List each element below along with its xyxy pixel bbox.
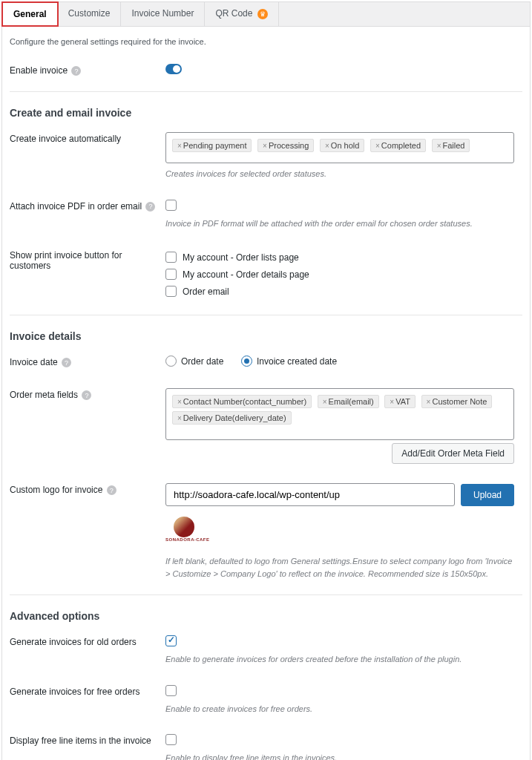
add-edit-meta-button[interactable]: Add/Edit Order Meta Field bbox=[392, 443, 514, 464]
upload-button[interactable]: Upload bbox=[461, 484, 514, 506]
free-line-checkbox[interactable] bbox=[165, 734, 177, 745]
row-attach: Attach invoice PDF in order email ? Invo… bbox=[10, 195, 522, 235]
old-label: Generate invoices for old orders bbox=[10, 635, 165, 647]
help-icon[interactable]: ? bbox=[107, 485, 116, 495]
logo-desc: If left blank, defaulted to logo from Ge… bbox=[165, 555, 514, 580]
divider bbox=[10, 594, 522, 595]
divider bbox=[10, 315, 522, 315]
date-label: Invoice date bbox=[10, 357, 58, 367]
row-free: Generate invoices for free orders Enable… bbox=[10, 681, 522, 720]
row-free-line: Display free line items in the invoice E… bbox=[10, 730, 522, 760]
help-icon[interactable]: ? bbox=[145, 202, 155, 212]
date-opt-1: Order date bbox=[181, 356, 223, 367]
tab-customize[interactable]: Customize bbox=[58, 2, 122, 26]
section-advanced-title: Advanced options bbox=[10, 606, 522, 631]
crown-icon: ♛ bbox=[257, 9, 268, 19]
help-icon[interactable]: ? bbox=[62, 358, 71, 367]
print-opt-2: My account - Order details page bbox=[183, 269, 309, 280]
tab-qr-code[interactable]: QR Code ♛ bbox=[205, 2, 278, 26]
section-details-title: Invoice details bbox=[10, 326, 522, 351]
intro-text: Configure the general settings required … bbox=[10, 27, 522, 59]
date-opt-2: Invoice created date bbox=[257, 356, 337, 367]
help-icon[interactable]: ? bbox=[71, 66, 81, 76]
auto-tagbox[interactable]: Pending payment Processing On hold Compl… bbox=[165, 132, 514, 163]
free-checkbox[interactable] bbox=[165, 685, 177, 696]
tag-item[interactable]: VAT bbox=[384, 395, 416, 408]
tag-item[interactable]: Pending payment bbox=[172, 139, 252, 152]
tag-item[interactable]: Delivery Date(delivery_date) bbox=[172, 411, 292, 425]
print-opt-3: Order email bbox=[183, 286, 229, 297]
tag-item[interactable]: Failed bbox=[432, 139, 470, 152]
row-old: Generate invoices for old orders Enable … bbox=[10, 631, 522, 670]
meta-label: Order meta fields bbox=[10, 390, 78, 400]
attach-label: Attach invoice PDF in order email bbox=[10, 201, 142, 212]
free-label: Generate invoices for free orders bbox=[10, 685, 165, 697]
divider bbox=[10, 91, 522, 92]
print-opt-1: My account - Order lists page bbox=[183, 252, 299, 263]
row-logo: Custom logo for invoice ? Upload SONADOR… bbox=[10, 479, 522, 584]
tabs: General Customize Invoice Number QR Code… bbox=[2, 2, 530, 27]
tab-invoice-number[interactable]: Invoice Number bbox=[121, 2, 205, 26]
meta-tagbox[interactable]: Contact Number(contact_number) Email(ema… bbox=[165, 388, 514, 440]
free-desc: Enable to create invoices for free order… bbox=[165, 703, 514, 715]
tag-item[interactable]: Processing bbox=[257, 139, 314, 152]
enable-toggle[interactable] bbox=[165, 64, 182, 74]
logo-preview: SONADORA·CAFE bbox=[165, 517, 514, 545]
print-label: Show print invoice button for customers bbox=[10, 249, 165, 271]
print-check-1[interactable] bbox=[165, 252, 177, 263]
date-radio-order[interactable] bbox=[165, 356, 177, 367]
date-radio-created[interactable] bbox=[241, 356, 252, 367]
help-icon[interactable]: ? bbox=[82, 390, 91, 400]
row-auto: Create invoice automatically Pending pay… bbox=[10, 128, 522, 185]
tag-item[interactable]: Contact Number(contact_number) bbox=[172, 395, 312, 408]
logo-label: Custom logo for invoice bbox=[10, 485, 102, 495]
enable-label: Enable invoice bbox=[10, 65, 68, 76]
row-meta: Order meta fields ? Contact Number(conta… bbox=[10, 384, 522, 468]
tab-general[interactable]: General bbox=[1, 1, 59, 27]
print-check-3[interactable] bbox=[165, 286, 177, 297]
auto-desc: Creates invoices for selected order stat… bbox=[165, 168, 514, 180]
tag-item[interactable]: Completed bbox=[370, 139, 426, 152]
row-print: Show print invoice button for customers … bbox=[10, 244, 522, 304]
tag-item[interactable]: Email(email) bbox=[318, 395, 379, 408]
auto-label: Create invoice automatically bbox=[10, 132, 165, 144]
logo-url-input[interactable] bbox=[165, 483, 455, 506]
attach-checkbox[interactable] bbox=[165, 200, 177, 211]
print-check-2[interactable] bbox=[165, 269, 177, 280]
tag-item[interactable]: Customer Note bbox=[421, 395, 493, 408]
row-date: Invoice date ? Order date Invoice create… bbox=[10, 351, 522, 373]
content: Configure the general settings required … bbox=[2, 27, 530, 760]
old-desc: Enable to generate invoices for orders c… bbox=[165, 653, 514, 666]
free-line-label: Display free line items in the invoice bbox=[10, 734, 165, 746]
free-line-desc: Enable to display free line items in the… bbox=[165, 752, 514, 760]
old-checkbox[interactable] bbox=[165, 635, 177, 646]
section-create-title: Create and email invoice bbox=[10, 102, 522, 128]
settings-container: General Customize Invoice Number QR Code… bbox=[1, 1, 531, 760]
tag-item[interactable]: On hold bbox=[320, 139, 364, 152]
attach-desc: Invoice in PDF format will be attached w… bbox=[165, 217, 514, 230]
row-enable: Enable invoice ? bbox=[10, 59, 522, 81]
